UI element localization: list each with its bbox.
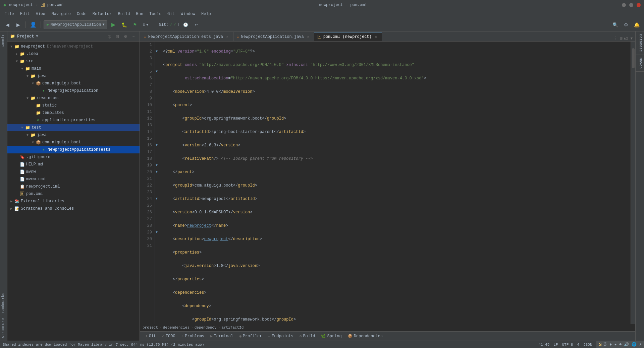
menu-run[interactable]: Run [133,11,146,17]
hide-panel-btn[interactable]: − [130,33,137,40]
bottom-tab-terminal[interactable]: ▶ Terminal [208,332,236,340]
tabs-split-icon[interactable]: ⊞ [620,36,622,41]
menu-refactor[interactable]: Refactor [90,11,115,17]
tab-pom-close-btn[interactable]: ✕ [374,34,378,39]
tree-package-test[interactable]: ▼ 📦 com.atguigu.boot [7,139,140,146]
tree-scratches[interactable]: ▶ 📝 Scratches and Consoles [7,205,140,212]
tree-src[interactable]: ▼ 📁 src [7,58,140,65]
menu-navigate[interactable]: Navigate [49,11,73,17]
left-tab-commit[interactable]: Commit [0,31,7,50]
status-format[interactable]: JSON [583,343,592,347]
breadcrumb-artifactid[interactable]: artifactId [221,326,244,330]
editor-scrollbar[interactable] [631,42,635,324]
tree-java-test[interactable]: ▼ 📁 java [7,131,140,139]
tab-app-java[interactable]: ☕ NewprojectApplication.java ✕ [233,32,314,41]
git-arrow-up[interactable]: ↑ [177,22,180,27]
bottom-tab-git[interactable]: ⬆ Git [143,332,159,340]
git-rollback-btn[interactable]: ↩ [192,20,201,29]
forward-button[interactable]: ▶ [13,20,23,29]
tab-tests-java[interactable]: ☕ NewprojectApplicationTests.java ✕ [141,32,233,41]
maximize-btn[interactable] [629,3,633,7]
fold-2[interactable]: ▼ [156,48,158,55]
tree-java-main[interactable]: ▼ 📁 java [7,72,140,80]
tree-resources[interactable]: ▼ 📁 resources [7,94,140,102]
menu-window[interactable]: Window [178,11,198,17]
run-button[interactable]: ▶ [109,20,118,29]
right-tab-database[interactable]: Database [636,31,644,55]
tree-static[interactable]: ▶ 📁 static [7,102,140,109]
debug-button[interactable]: 🐛 [119,20,129,29]
menu-file[interactable]: File [2,11,17,17]
idea-name: .idea [26,52,38,56]
fold-20[interactable]: ▼ [156,169,158,176]
search-everywhere-btn[interactable]: 🔍 [610,20,620,29]
tree-mvnw-cmd[interactable]: ▶ 📄 mvnw.cmd [7,176,140,183]
more-run-button[interactable]: ⚙▼ [141,20,150,29]
scrollbar-thumb[interactable] [632,48,635,68]
tab-tests-close-btn[interactable]: ✕ [225,34,230,39]
tree-root[interactable]: ▼ 📁 newproject D:\maven\newproject [7,43,140,50]
collapse-all-btn[interactable]: ⊟ [114,33,121,40]
fold-16[interactable]: ▼ [156,142,158,149]
right-tab-maven[interactable]: Maven [636,55,644,72]
tree-main[interactable]: ▼ 📁 main [7,65,140,72]
fold-19[interactable]: ▼ [156,162,158,169]
bottom-tab-profiler[interactable]: ◉ Profiler [236,332,265,340]
breadcrumb-dependencies[interactable]: dependencies [163,326,190,330]
tab-app-close-btn[interactable]: ✕ [306,34,311,39]
tabs-more-icon[interactable]: ⋮ [613,36,618,41]
tree-ext-libs[interactable]: ▶ 📚 External Libraries [7,198,140,205]
tree-package-main[interactable]: ▼ 📦 com.atguigu.boot [7,80,140,87]
tree-pom[interactable]: ▶ 🄼 pom.xml [7,190,140,198]
settings-btn[interactable]: ⚙ [621,20,631,29]
menu-view[interactable]: View [33,11,48,17]
back-button[interactable]: ◀ [3,20,12,29]
tree-help-md[interactable]: ▶ 📄 HELP.md [7,161,140,168]
bottom-tab-build[interactable]: ⚙ Build [297,332,318,340]
status-line-col[interactable]: 41:45 [538,343,549,347]
breadcrumb-dependency[interactable]: dependency [195,326,217,330]
tree-test-class[interactable]: ▶ ● NewprojectApplicationTests [7,146,140,153]
tree-mvnw[interactable]: ▶ 📄 mvnw [7,168,140,176]
code-content[interactable]: <?xml version="1.0" encoding="UTF-8"?> <… [160,42,631,324]
menu-git[interactable]: Git [165,11,177,17]
fold-24[interactable]: ▼ [156,196,158,202]
tree-templates[interactable]: ▶ 📁 templates [7,109,140,117]
coverage-button[interactable]: ⚑ [130,20,140,29]
close-btn[interactable] [637,3,641,7]
left-tab-bookmarks[interactable]: Bookmarks [0,290,7,315]
fold-5[interactable]: ▼ [156,68,158,75]
run-config-dropdown[interactable]: ▶ NewprojectApplication ▼ [44,20,107,29]
notifications-btn[interactable]: 🔔 [632,20,641,29]
bottom-tab-endpoints[interactable]: → Endpoints [265,332,296,340]
menu-code[interactable]: Code [74,11,89,17]
status-encoding[interactable]: UTF-8 [562,343,573,347]
status-line-sep[interactable]: LF [553,343,558,347]
minimize-btn[interactable] [622,3,626,7]
tree-test[interactable]: ▼ 📁 test [7,124,140,131]
fold-29[interactable]: ▼ [156,229,158,236]
left-tab-structure[interactable]: Structure [0,316,7,341]
tree-app-class[interactable]: ▶ ● NewprojectApplication [7,87,140,94]
menu-help[interactable]: Help [199,11,214,17]
tree-iml[interactable]: ▶ 📋 newproject.iml [7,183,140,190]
options-btn[interactable]: ⚙ [122,33,129,40]
menu-tools[interactable]: Tools [147,11,164,17]
bottom-tab-dependencies[interactable]: 📦 Dependencies [345,332,385,340]
panel-dropdown-icon[interactable]: ▼ [36,34,38,38]
git-history-btn[interactable]: 🕐 [181,20,191,29]
bottom-tab-problems[interactable]: ⚠ Problems [179,332,207,340]
breadcrumb-project[interactable]: project [143,326,158,330]
bottom-tab-spring[interactable]: 🌿 Spring [318,332,344,340]
tree-idea[interactable]: ▶ 📁 .idea [7,50,140,58]
tree-gitignore[interactable]: ▶ 🔖 .gitignore [7,153,140,161]
user-button[interactable]: 👤 [29,20,38,29]
menu-edit[interactable]: Edit [17,11,33,17]
pom-name: pom.xml [26,192,43,196]
tab-pom-xml[interactable]: 🄼 pom.xml (newproject) ✕ [314,32,382,41]
tree-app-props[interactable]: ▶ ⚙ application.properties [7,117,140,124]
bottom-tab-todo[interactable]: ✓ TODO [159,332,178,340]
locate-file-btn[interactable]: ◎ [106,33,113,40]
code-line-8: <version>2.6.3</version> [163,142,628,149]
menu-build[interactable]: Build [115,11,132,17]
